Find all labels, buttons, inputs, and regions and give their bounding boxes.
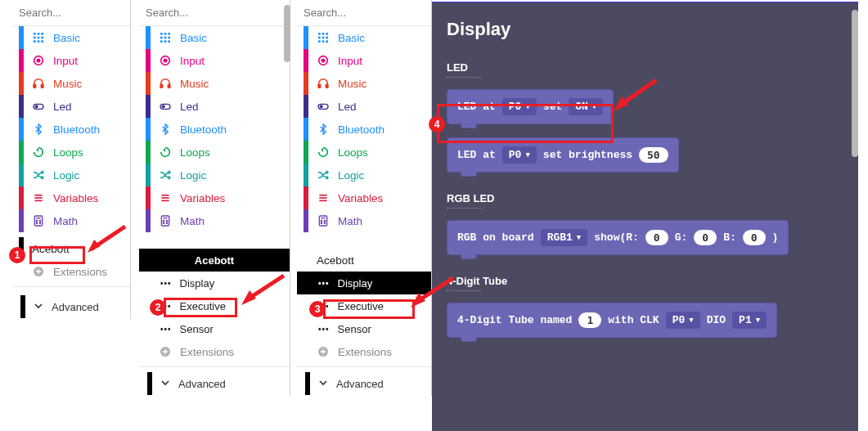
svg-rect-62 bbox=[318, 40, 321, 43]
svg-rect-9 bbox=[38, 40, 40, 43]
advanced-toggle[interactable]: Advanced bbox=[12, 294, 130, 319]
number-input-b[interactable]: 0 bbox=[743, 230, 766, 245]
cat-bluetooth[interactable]: Bluetooth bbox=[139, 118, 290, 141]
sub-label: Sensor bbox=[338, 323, 371, 335]
search-input[interactable] bbox=[146, 7, 283, 19]
block-text: DIO bbox=[707, 314, 726, 326]
cat-math[interactable]: Math bbox=[297, 209, 431, 232]
search-input[interactable] bbox=[19, 7, 131, 19]
dots-icon: ••• bbox=[318, 325, 330, 334]
cat-logic[interactable]: Logic bbox=[297, 164, 431, 186]
advanced-toggle[interactable]: Advanced bbox=[297, 371, 431, 396]
extensions-label: Extensions bbox=[53, 266, 130, 278]
loop-icon bbox=[159, 146, 172, 159]
cat-input[interactable]: Input bbox=[139, 49, 290, 72]
cat-loops[interactable]: Loops bbox=[139, 141, 290, 164]
toggle-icon bbox=[32, 100, 45, 113]
search-box[interactable] bbox=[297, 0, 431, 26]
cat-bluetooth[interactable]: Bluetooth bbox=[297, 118, 431, 141]
dropdown-dio[interactable]: P1▼ bbox=[732, 312, 767, 329]
cat-music[interactable]: Music bbox=[297, 72, 431, 95]
cat-label: Led bbox=[338, 101, 431, 113]
advanced-label: Advanced bbox=[336, 378, 384, 390]
svg-point-76 bbox=[321, 220, 322, 221]
block-4digit-tube[interactable]: 4-Digit Tube named 1 with CLK P0▼ DIO P1… bbox=[447, 303, 777, 338]
extensions-label: Extensions bbox=[338, 346, 431, 358]
toolbox-panel-3: Basic Input Music Led Bluetooth Loops Lo… bbox=[297, 0, 432, 396]
sub-label: Display bbox=[338, 277, 373, 290]
number-input[interactable]: 50 bbox=[639, 147, 668, 163]
headphones-icon bbox=[159, 77, 172, 90]
cat-math[interactable]: Math bbox=[12, 209, 130, 232]
svg-rect-59 bbox=[318, 37, 321, 39]
svg-point-50 bbox=[166, 220, 167, 221]
sub-display-selected[interactable]: •••Display bbox=[297, 272, 431, 294]
block-led-set[interactable]: LED at P0▼ set ON▼ bbox=[447, 89, 614, 124]
sub-display[interactable]: •••Display bbox=[139, 272, 290, 294]
svg-rect-30 bbox=[164, 33, 167, 35]
block-led-brightness[interactable]: LED at P0▼ set brightness 50 bbox=[447, 137, 679, 173]
acebott-header[interactable]: Acebott bbox=[139, 249, 290, 272]
chevron-down-icon: ▼ bbox=[756, 317, 760, 325]
svg-point-52 bbox=[166, 222, 167, 223]
cat-variables[interactable]: Variables bbox=[139, 186, 290, 209]
cat-led[interactable]: Led bbox=[139, 95, 290, 118]
extensions-button[interactable]: Extensions bbox=[139, 340, 290, 363]
cat-input[interactable]: Input bbox=[12, 49, 130, 72]
dropdown-pin[interactable]: P0▼ bbox=[502, 146, 537, 164]
cat-music[interactable]: Music bbox=[12, 72, 130, 95]
block-text: set brightness bbox=[543, 149, 632, 161]
block-text: with CLK bbox=[608, 314, 659, 326]
block-rgb[interactable]: RGB on board RGB1▼ show(R: 0 G: 0 B: 0 ) bbox=[447, 220, 789, 255]
sub-sensor[interactable]: •••Sensor bbox=[297, 317, 431, 340]
advanced-toggle[interactable]: Advanced bbox=[139, 371, 290, 396]
cat-acebott[interactable]: Acebott bbox=[12, 237, 130, 260]
sub-sensor[interactable]: •••Sensor bbox=[139, 317, 290, 340]
cat-logic[interactable]: Logic bbox=[12, 164, 130, 186]
dropdown-pin[interactable]: P0▼ bbox=[502, 98, 537, 115]
cat-loops[interactable]: Loops bbox=[297, 141, 431, 164]
dropdown-clk[interactable]: P0▼ bbox=[666, 312, 700, 329]
search-input[interactable] bbox=[304, 7, 432, 19]
acebott-plain[interactable]: Acebott bbox=[297, 249, 431, 272]
svg-rect-10 bbox=[41, 40, 43, 43]
cat-variables[interactable]: Variables bbox=[297, 186, 431, 209]
dropdown-rgb-slot[interactable]: RGB1▼ bbox=[541, 229, 588, 246]
cat-bluetooth[interactable]: Bluetooth bbox=[12, 118, 130, 141]
calculator-icon bbox=[32, 214, 45, 227]
scrollbar-thumb[interactable] bbox=[284, 5, 290, 62]
number-input-r[interactable]: 0 bbox=[645, 230, 668, 245]
extensions-button[interactable]: Extensions bbox=[12, 260, 130, 283]
cat-led[interactable]: Led bbox=[12, 95, 130, 118]
svg-point-49 bbox=[163, 220, 164, 221]
sub-executive[interactable]: •••Executive bbox=[139, 294, 290, 317]
search-box[interactable] bbox=[139, 0, 290, 26]
cat-basic[interactable]: Basic bbox=[12, 26, 130, 49]
cat-logic[interactable]: Logic bbox=[139, 164, 290, 186]
cat-input[interactable]: Input bbox=[297, 49, 431, 72]
text-input[interactable]: 1 bbox=[578, 312, 601, 328]
cat-math[interactable]: Math bbox=[139, 209, 290, 232]
cat-loops[interactable]: Loops bbox=[12, 141, 130, 164]
svg-rect-60 bbox=[322, 37, 325, 39]
number-input-g[interactable]: 0 bbox=[694, 230, 717, 245]
svg-point-51 bbox=[163, 222, 164, 223]
cat-led[interactable]: Led bbox=[297, 95, 431, 118]
scrollbar-thumb[interactable] bbox=[852, 10, 858, 157]
chevron-down-icon: ▼ bbox=[525, 103, 529, 111]
search-box[interactable] bbox=[12, 0, 130, 26]
cat-label: Led bbox=[53, 101, 130, 113]
svg-point-16 bbox=[35, 105, 38, 108]
sub-executive[interactable]: •••Executive bbox=[297, 294, 431, 317]
cat-music[interactable]: Music bbox=[139, 72, 290, 95]
cat-label: Input bbox=[338, 55, 431, 67]
cat-label: Music bbox=[338, 78, 431, 90]
section-label-tube: 4-Digit Tube bbox=[447, 275, 843, 287]
cat-basic[interactable]: Basic bbox=[139, 26, 290, 49]
extensions-button[interactable]: Extensions bbox=[297, 340, 431, 363]
dropdown-state[interactable]: ON▼ bbox=[569, 98, 603, 115]
cat-variables[interactable]: Variables bbox=[12, 186, 130, 209]
cat-basic[interactable]: Basic bbox=[297, 26, 431, 49]
cat-label: Basic bbox=[180, 32, 290, 44]
list-icon bbox=[317, 191, 330, 204]
